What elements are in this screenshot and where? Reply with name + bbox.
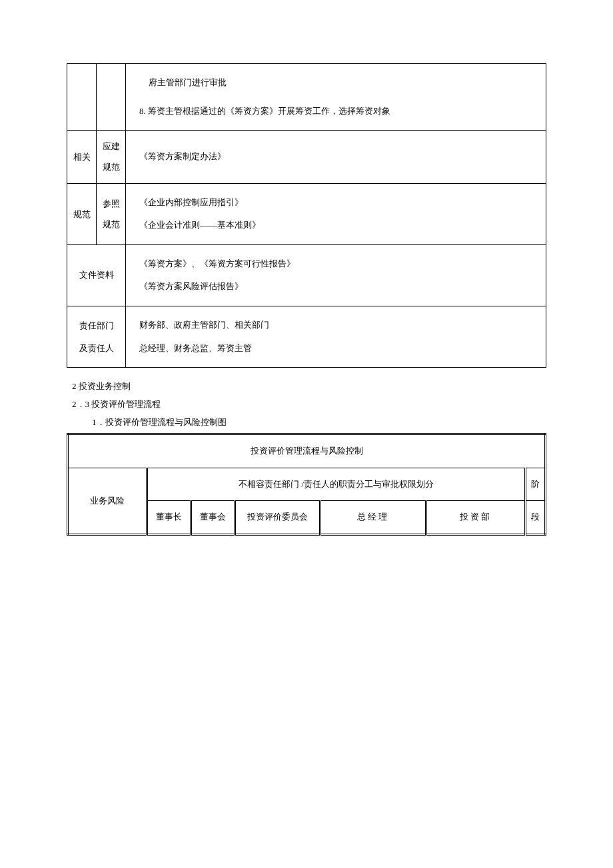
cell-col-4: 总经理 [320,501,426,535]
cell-category-a: 相关 [67,131,97,183]
text-line: 责任部门 [70,314,123,337]
text-line: 《企业会计准则——基本准则》 [139,216,539,235]
cell-stage-bottom: 段 [526,501,546,535]
cell-empty [97,64,126,131]
table-title: 投资评价管理流程与风险控制 [68,434,546,468]
cell-content: 府主管部门进行审批 8. 筹资主管根据通过的《筹资方案》开展筹资工作，选择筹资对… [126,64,546,131]
cell-content: 财务部、政府主管部门、相关部门 总经理、财务总监、筹资主管 [126,306,546,367]
text-line: 及责任人 [70,337,123,360]
heading-item-1: 1．投资评价管理流程与风险控制图 [72,414,546,431]
table-row: 投资评价管理流程与风险控制 [68,434,546,468]
cell-col-5: 投资部 [426,501,526,535]
text-line: 府主管部门进行审批 [139,73,539,93]
table-row: 责任部门 及责任人 财务部、政府主管部门、相关部门 总经理、财务总监、筹资主管 [67,306,546,367]
cell-empty [67,64,97,131]
cell-content: 《企业内部控制应用指引》 《企业会计准则——基本准则》 [126,183,546,244]
text-line: 总经理、财务总监、筹资主管 [139,339,539,358]
cell-label: 文件资料 [67,244,126,306]
table-row: 业务风险 不相容责任部门 /责任人的职责分工与审批权限划分 阶 [68,468,546,501]
cell-content: 《筹资方案制定办法》 [126,131,546,183]
table-row: 规范 参照规范 《企业内部控制应用指引》 《企业会计准则——基本准则》 [67,183,546,244]
text-line: 《企业内部控制应用指引》 [139,193,539,213]
text-line: 《筹资方案制定办法》 [139,147,539,167]
cell-col-2: 董事会 [191,501,235,535]
text-line: 财务部、政府主管部门、相关部门 [139,316,539,335]
table-row: 文件资料 《筹资方案》、《筹资方案可行性报告》 《筹资方案风险评估报告》 [67,244,546,306]
cell-col-1: 董事长 [147,501,191,535]
cell-col-3: 投资评价委员会 [235,501,320,535]
cell-stage-top: 阶 [526,468,546,501]
cell-content: 《筹资方案》、《筹资方案可行性报告》 《筹资方案风险评估报告》 [126,244,546,306]
cell-category-b: 参照规范 [97,183,126,244]
table-row: 相关 应建规范 《筹资方案制定办法》 [67,131,546,183]
table-2: 投资评价管理流程与风险控制 业务风险 不相容责任部门 /责任人的职责分工与审批权… [67,433,546,536]
text-line: 《筹资方案风险评估报告》 [139,277,539,296]
text-line: 《筹资方案》、《筹资方案可行性报告》 [139,254,539,274]
cell-label: 责任部门 及责任人 [67,306,126,367]
table-1: 府主管部门进行审批 8. 筹资主管根据通过的《筹资方案》开展筹资工作，选择筹资对… [67,63,546,368]
cell-category-b: 应建规范 [97,131,126,183]
section-headings: 2 投资业务控制 2．3 投资评价管理流程 1．投资评价管理流程与风险控制图 [72,378,546,430]
cell-risk-label: 业务风险 [68,468,147,534]
table-row: 府主管部门进行审批 8. 筹资主管根据通过的《筹资方案》开展筹资工作，选择筹资对… [67,64,546,131]
cell-category-a: 规范 [67,183,97,244]
cell-header-merged: 不相容责任部门 /责任人的职责分工与审批权限划分 [147,468,526,501]
text-line: 8. 筹资主管根据通过的《筹资方案》开展筹资工作，选择筹资对象 [139,102,539,121]
heading-2-3: 2．3 投资评价管理流程 [72,396,546,413]
heading-2: 2 投资业务控制 [72,378,546,395]
